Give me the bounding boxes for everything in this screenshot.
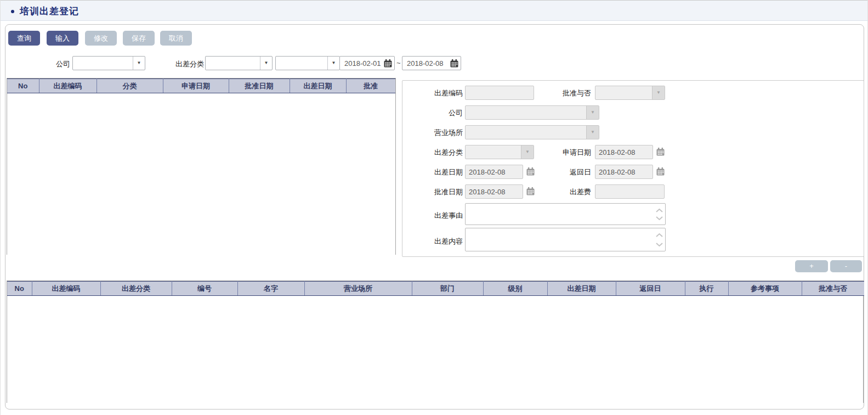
col-no: No xyxy=(7,282,32,296)
trip-category-select[interactable]: ▼ xyxy=(465,145,534,159)
trip-summary-table-body[interactable] xyxy=(7,93,395,255)
chevron-down-icon[interactable]: ▼ xyxy=(327,57,339,70)
col-approve-date: 批准日期 xyxy=(229,79,290,93)
modify-button[interactable]: 修改 xyxy=(85,31,117,46)
filter-trip-category-select[interactable]: ▼ xyxy=(205,56,273,70)
return-date-field[interactable] xyxy=(595,165,653,179)
trip-code-field[interactable] xyxy=(465,86,534,100)
apply-date-label: 申请日期 xyxy=(534,148,591,158)
approve-date-label: 批准日期 xyxy=(406,187,463,197)
trip-reason-textarea[interactable] xyxy=(465,203,666,225)
col-name: 名字 xyxy=(237,282,304,296)
col-no: No xyxy=(7,79,39,93)
calendar-icon[interactable] xyxy=(656,167,665,176)
trip-content-textarea[interactable] xyxy=(465,228,666,251)
chevron-down-icon[interactable] xyxy=(655,239,663,249)
approval-select[interactable]: ▼ xyxy=(595,86,665,100)
calendar-icon[interactable] xyxy=(384,59,392,69)
trip-content-label: 出差内容 xyxy=(406,237,463,246)
business-place-label: 营业场所 xyxy=(406,128,463,138)
title-bar: 培训出差登记 xyxy=(1,0,868,21)
trip-date-label: 出差日期 xyxy=(406,167,463,177)
date-range-separator: ~ xyxy=(396,59,401,67)
filter-date-from-input[interactable]: 2018-02-01 xyxy=(339,56,395,70)
trip-date-field[interactable] xyxy=(465,165,523,179)
approve-date-field[interactable] xyxy=(465,184,523,199)
table-header-row: No 出差编码 分类 申请日期 批准日期 出差日期 批准 xyxy=(7,79,395,93)
trip-detail-table-body[interactable] xyxy=(7,296,863,403)
save-button[interactable]: 保存 xyxy=(123,31,155,46)
add-row-button[interactable]: + xyxy=(795,260,828,272)
trip-summary-table: No 出差编码 分类 申请日期 批准日期 出差日期 批准 xyxy=(7,78,396,255)
chevron-up-icon[interactable] xyxy=(655,230,663,240)
chevron-down-icon[interactable]: ▼ xyxy=(260,57,272,70)
approval-label: 批准与否 xyxy=(534,88,591,98)
calendar-icon[interactable] xyxy=(450,59,458,69)
col-department: 部门 xyxy=(412,282,483,296)
remove-row-button[interactable]: - xyxy=(830,260,862,272)
input-button[interactable]: 输入 xyxy=(47,31,78,46)
trip-category-label: 出差分类 xyxy=(406,148,463,158)
col-approve: 批准 xyxy=(346,79,395,93)
col-execute: 执行 xyxy=(685,282,728,296)
chevron-down-icon[interactable]: ▼ xyxy=(652,86,665,99)
filter-date-to-input[interactable]: 2018-02-08 xyxy=(402,56,461,70)
chevron-down-icon[interactable]: ▼ xyxy=(521,145,534,159)
trip-reason-label: 出差事由 xyxy=(406,211,463,221)
col-employee-id: 编号 xyxy=(172,282,237,296)
col-remarks: 参考事项 xyxy=(728,282,802,296)
col-return-date: 返回日 xyxy=(616,282,685,296)
company-select[interactable]: ▼ xyxy=(465,105,599,120)
col-trip-date: 出差日期 xyxy=(547,282,616,296)
trip-detail-table: No 出差编码 出差分类 编号 名字 营业场所 部门 级别 出差日期 返回日 执… xyxy=(7,281,864,403)
calendar-icon[interactable] xyxy=(656,148,665,156)
col-apply-date: 申请日期 xyxy=(163,79,229,93)
trip-fee-field[interactable] xyxy=(595,184,665,199)
col-trip-code: 出差编码 xyxy=(39,79,97,93)
main-panel: 查询 输入 修改 保存 取消 公司 ▼ 出差分类 ▼ ▼ 2018-02-01 xyxy=(5,24,864,410)
apply-date-field[interactable] xyxy=(595,145,653,159)
filter-company-select[interactable]: ▼ xyxy=(72,56,145,70)
col-trip-category: 出差分类 xyxy=(100,282,172,296)
cancel-button[interactable]: 取消 xyxy=(160,31,192,46)
col-category: 分类 xyxy=(97,79,163,93)
filter-subcategory-select[interactable]: ▼ xyxy=(275,56,340,70)
col-business-place: 营业场所 xyxy=(304,282,412,296)
chevron-down-icon[interactable] xyxy=(655,213,663,223)
trip-fee-label: 出差费 xyxy=(534,187,591,197)
col-approval: 批准与否 xyxy=(802,282,864,296)
filter-company-label: 公司 xyxy=(38,59,70,69)
page-title: 培训出差登记 xyxy=(20,5,79,18)
trip-code-label: 出差编码 xyxy=(406,88,463,98)
trip-detail-form: 出差编码 批准与否 ▼ 公司 ▼ 营业场所 ▼ 出差分类 ▼ 申请日期 xyxy=(402,80,864,257)
chevron-down-icon[interactable]: ▼ xyxy=(586,106,599,119)
col-level: 级别 xyxy=(483,282,547,296)
company-label: 公司 xyxy=(406,108,463,118)
col-trip-code: 出差编码 xyxy=(32,282,100,296)
col-trip-date: 出差日期 xyxy=(290,79,346,93)
table-header-row: No 出差编码 出差分类 编号 名字 营业场所 部门 级别 出差日期 返回日 执… xyxy=(7,282,864,296)
return-date-label: 返回日 xyxy=(534,167,591,177)
bullet-icon xyxy=(11,10,14,13)
query-button[interactable]: 查询 xyxy=(8,31,40,46)
filter-trip-category-label: 出差分类 xyxy=(164,59,204,69)
chevron-down-icon[interactable]: ▼ xyxy=(133,57,145,70)
business-place-select[interactable]: ▼ xyxy=(465,125,599,139)
chevron-down-icon[interactable]: ▼ xyxy=(586,126,599,139)
